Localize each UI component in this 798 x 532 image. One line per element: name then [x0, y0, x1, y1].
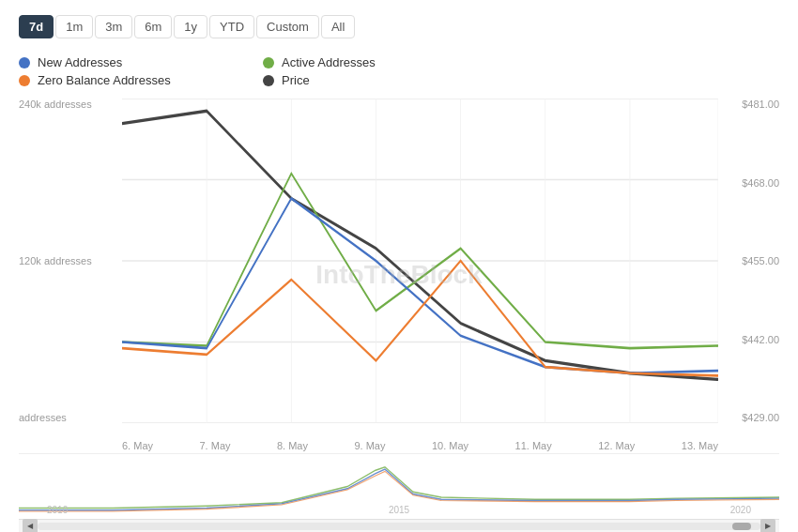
legend-dot-new-addresses [19, 57, 30, 68]
legend-dot-zero-balance [19, 75, 30, 86]
legend-dot-price [263, 75, 274, 86]
year-2010: 2010 [47, 505, 68, 515]
x-label-6may: 6. May [122, 440, 153, 451]
scroll-left-button[interactable]: ◀ [23, 519, 38, 533]
main-chart[interactable]: IntoTheBlock [19, 99, 779, 451]
time-btn-3m[interactable]: 3m [95, 15, 132, 38]
x-label-7may: 7. May [199, 440, 230, 451]
y-label-addresses: addresses [19, 412, 122, 423]
app-container: 7d 1m 3m 6m 1y YTD Custom All New Addres… [0, 0, 798, 532]
legend-dot-active-addresses [263, 57, 274, 68]
time-btn-all[interactable]: All [321, 15, 355, 38]
y-label-442: $442.00 [742, 334, 779, 345]
legend-price: Price [263, 73, 488, 87]
x-label-9may: 9. May [354, 440, 385, 451]
chart-wrapper: IntoTheBlock [19, 99, 779, 532]
legend-new-addresses: New Addresses [19, 55, 244, 69]
x-label-8may: 8. May [277, 440, 308, 451]
y-label-429: $429.00 [742, 412, 779, 423]
legend-active-addresses: Active Addresses [263, 55, 488, 69]
y-label-240k: 240k addresses [19, 99, 122, 110]
chart-legend: New Addresses Active Addresses Zero Bala… [19, 55, 488, 87]
time-btn-ytd[interactable]: YTD [209, 15, 254, 38]
y-label-468: $468.00 [742, 177, 779, 189]
x-label-10may: 10. May [432, 440, 468, 451]
x-label-12may: 12. May [598, 440, 635, 451]
legend-zero-balance: Zero Balance Addresses [19, 73, 244, 87]
time-btn-1y[interactable]: 1y [174, 15, 207, 38]
mini-year-labels: 2010 2015 2020 [47, 505, 751, 515]
scrollbar-track[interactable] [38, 523, 760, 530]
time-btn-7d[interactable]: 7d [19, 15, 54, 38]
time-btn-custom[interactable]: Custom [256, 15, 319, 38]
legend-label-zero-balance: Zero Balance Addresses [38, 73, 171, 87]
time-btn-6m[interactable]: 6m [134, 15, 172, 38]
legend-label-new-addresses: New Addresses [38, 55, 122, 69]
scrollbar-area[interactable]: ◀ ▶ [19, 519, 779, 532]
mini-chart[interactable]: 2010 2015 2020 [19, 453, 779, 519]
time-btn-1m[interactable]: 1m [55, 15, 93, 38]
legend-label-price: Price [282, 73, 310, 87]
x-label-13may: 13. May [682, 440, 718, 451]
y-label-481: $481.00 [742, 99, 779, 110]
y-label-120k: 120k addresses [19, 255, 122, 266]
chart-svg [122, 99, 718, 423]
x-axis: 6. May 7. May 8. May 9. May 10. May 11. … [122, 423, 718, 451]
scrollbar-thumb[interactable] [732, 523, 751, 530]
y-axis-right: $481.00 $468.00 $455.00 $442.00 $429.00 [718, 99, 779, 423]
y-label-455: $455.00 [742, 255, 779, 266]
y-axis-left: 240k addresses 120k addresses addresses [19, 99, 122, 423]
time-range-selector: 7d 1m 3m 6m 1y YTD Custom All [19, 15, 779, 38]
year-2015: 2015 [389, 505, 409, 515]
year-2020: 2020 [730, 505, 751, 515]
legend-label-active-addresses: Active Addresses [282, 55, 376, 69]
scroll-right-button[interactable]: ▶ [760, 519, 775, 533]
x-label-11may: 11. May [515, 440, 552, 451]
